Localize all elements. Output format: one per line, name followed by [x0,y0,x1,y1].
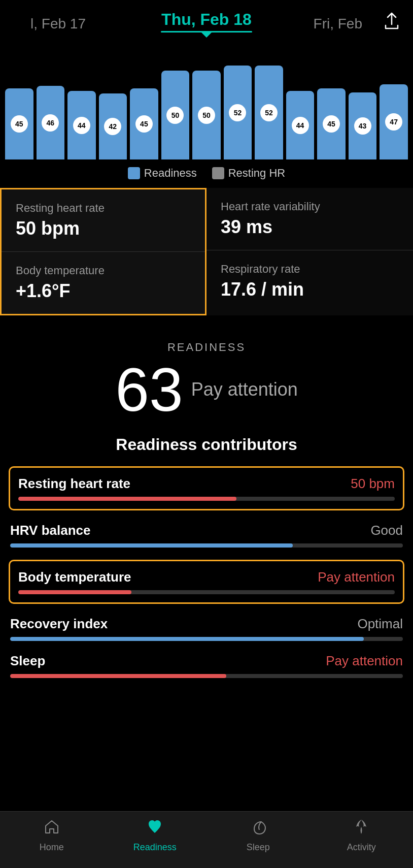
contributor-hrv-name: HRV balance [10,523,90,538]
bar-8: 52 [255,66,283,159]
hrv-cell: Heart rate variability 39 ms [206,188,413,250]
resting-hr-cell: Resting heart rate 50 bpm [2,189,205,252]
bar-label-7: 52 [229,104,246,121]
bar-item-8: 52 [255,66,283,159]
bar-label-11: 43 [354,117,371,135]
contributor-hrv-value: Good [370,523,403,538]
resting-hr-label: Resting heart rate [16,202,191,215]
bar-item-7: 52 [224,66,252,159]
bar-chart-bars: 45464442455050525244454347 [0,66,413,159]
contributors-title: Readiness contributors [10,435,403,454]
sleep-icon [250,819,266,839]
body-temp-label: Body temperature [16,264,191,277]
nav-activity-label: Activity [347,842,376,853]
nav-home[interactable]: Home [26,819,77,853]
bar-4: 45 [130,88,158,159]
body-temp-cell: Body temperature +1.6°F [2,252,205,314]
activity-icon [353,819,369,839]
contributor-body-temp-value: Pay attention [318,569,395,585]
current-date: Thu, Feb 18 [161,10,252,29]
readiness-status: Pay attention [191,379,298,400]
contributor-body-temp-bar [18,590,395,594]
hrv-value: 39 ms [221,216,399,238]
readiness-score: 63 [115,359,183,420]
bar-10: 45 [317,88,346,159]
contributor-hrv[interactable]: HRV balance Good [10,523,403,548]
bar-12: 47 [380,84,408,159]
bar-label-2: 44 [73,117,90,134]
nav-readiness-label: Readiness [133,842,177,853]
legend-resting-hr: Resting HR [212,167,285,180]
bar-label-6: 50 [198,107,215,124]
chart-legend: Readiness Resting HR [0,159,413,188]
contributor-sleep-bar [10,674,403,678]
contributor-resting-hr-bar [18,497,395,501]
bar-item-5: 50 [161,71,190,159]
bar-item-10: 45 [317,88,346,159]
contributor-recovery-name: Recovery index [10,616,108,632]
home-icon [44,819,60,839]
legend-readiness: Readiness [128,167,197,180]
bar-item-9: 44 [286,91,315,159]
bar-item-1: 46 [37,86,65,159]
bar-item-12: 47 [380,84,408,159]
bar-chart: 45464442455050525244454347 [0,38,413,159]
bar-9: 44 [286,91,315,159]
hrv-label: Heart rate variability [221,200,399,213]
bar-label-10: 45 [323,115,340,133]
nav-sleep[interactable]: Sleep [233,819,284,853]
bar-label-12: 47 [385,113,402,131]
nav-home-label: Home [40,842,64,853]
bar-item-11: 43 [349,92,377,159]
bottom-navigation: Home Readiness Sleep Activity [0,811,413,868]
contributor-sleep-value: Pay attention [326,653,403,669]
bar-item-3: 42 [99,93,127,159]
contributor-sleep-name: Sleep [10,653,45,669]
bar-label-5: 50 [166,107,184,124]
bar-label-3: 42 [104,118,121,135]
legend-readiness-color [128,167,140,179]
nav-readiness[interactable]: Readiness [129,819,180,853]
bar-label-4: 45 [135,115,153,133]
contributor-recovery-bar [10,637,403,641]
resting-hr-value: 50 bpm [16,218,191,239]
contributor-resting-hr[interactable]: Resting heart rate 50 bpm [9,466,404,510]
legend-resting-hr-label: Resting HR [228,167,285,180]
bar-item-4: 45 [130,88,158,159]
share-button[interactable] [381,10,403,33]
bar-label-0: 45 [11,115,28,133]
contributor-sleep[interactable]: Sleep Pay attention [10,653,403,678]
resp-rate-value: 17.6 / min [221,279,399,300]
bar-1: 46 [37,86,65,159]
contributor-body-temp[interactable]: Body temperature Pay attention [9,560,404,604]
contributor-recovery-value: Optimal [357,616,403,632]
contributor-resting-hr-name: Resting heart rate [18,476,130,492]
bar-7: 52 [224,66,252,159]
bar-label-9: 44 [292,117,309,134]
nav-activity[interactable]: Activity [336,819,387,853]
contributors-section: Readiness contributors Resting heart rat… [0,435,413,678]
bar-label-1: 46 [42,114,59,132]
next-date[interactable]: Fri, Feb [314,16,362,32]
date-triangle-indicator [201,33,212,38]
readiness-section: READINESS 63 Pay attention [0,315,413,435]
prev-date[interactable]: l, Feb 17 [30,16,86,32]
contributor-recovery[interactable]: Recovery index Optimal [10,616,403,641]
bar-item-0: 45 [5,88,33,159]
readiness-icon [147,819,163,839]
bar-item-6: 50 [192,71,221,159]
readiness-score-row: 63 Pay attention [10,359,403,420]
bar-label-8: 52 [260,104,278,121]
contributor-resting-hr-value: 50 bpm [351,476,395,492]
bar-item-2: 44 [67,91,96,159]
body-temp-value: +1.6°F [16,280,191,302]
date-navigation: l, Feb 17 Thu, Feb 18 Fri, Feb [0,0,413,38]
resp-rate-label: Respiratory rate [221,263,399,276]
contributor-body-temp-name: Body temperature [18,569,131,585]
bar-5: 50 [161,71,190,159]
bar-6: 50 [192,71,221,159]
resp-rate-cell: Respiratory rate 17.6 / min [206,250,413,312]
bar-0: 45 [5,88,33,159]
nav-sleep-label: Sleep [247,842,270,853]
contributor-hrv-bar [10,543,403,548]
